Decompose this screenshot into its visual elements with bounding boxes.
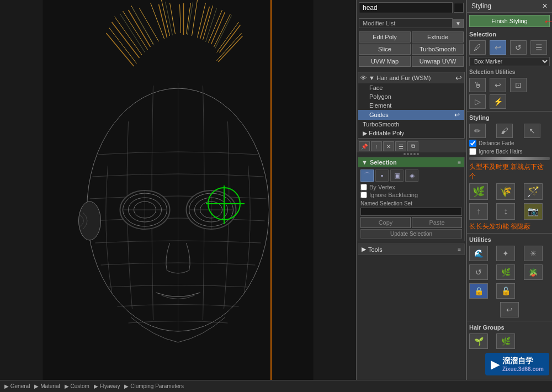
- modifier-list-dropdown[interactable]: ▼: [453, 19, 464, 28]
- sel-all-icon[interactable]: ☰: [530, 40, 547, 55]
- util3-icon-1[interactable]: 🌊: [469, 246, 488, 261]
- style-pencil-icon[interactable]: ✏: [469, 124, 486, 138]
- sel-guides-icon[interactable]: 🖊: [469, 40, 486, 55]
- util3-icon-3[interactable]: ✳: [524, 246, 543, 261]
- styling-icons: ✏ 🖌 ↖: [467, 123, 552, 139]
- box-marker-row: Box Marker: [467, 56, 552, 67]
- object-name-field[interactable]: head: [359, 2, 453, 13]
- distance-fade-row: Distance Fade: [467, 139, 552, 147]
- util-icon-2[interactable]: ↩: [490, 78, 506, 92]
- hair-grow-2-icon[interactable]: ↕: [496, 203, 515, 220]
- stack-item-editable-poly[interactable]: ▶ Editable Poly: [358, 129, 464, 138]
- styling-slider[interactable]: [469, 157, 550, 160]
- utilities-section-label: Utilities: [467, 235, 552, 245]
- stack-copy-icon[interactable]: ⧉: [407, 141, 418, 151]
- stack-delete-icon[interactable]: ✕: [383, 141, 394, 151]
- selection-rollout-options: ≡: [458, 160, 461, 166]
- styling-panel: Styling ✕ Finish Styling ← Selection 🖊 ↩…: [466, 0, 552, 392]
- util2-icon-1[interactable]: ▷: [469, 94, 486, 109]
- stack-item-turbosmooth[interactable]: TurboSmooth: [358, 120, 464, 129]
- stack-toolbar: 📌 ↑ ✕ ☰ ⧉: [357, 140, 466, 152]
- selection-utilities-label: Selection Utilities: [467, 67, 552, 77]
- stack-item-guides[interactable]: Guides ↩: [358, 110, 464, 120]
- util4-icon-2[interactable]: 🌿: [496, 264, 515, 280]
- vertex-icon[interactable]: ⌒: [360, 169, 374, 182]
- distance-fade-checkbox[interactable]: [469, 140, 476, 147]
- tools-rollout: ▶ Tools ≡: [358, 243, 465, 255]
- sel-multi-icon[interactable]: ↺: [510, 40, 527, 55]
- object-header: head: [357, 0, 466, 15]
- extrude-button[interactable]: Extrude: [412, 31, 464, 43]
- clumping-prop[interactable]: ▶ Clumping Parameters: [122, 383, 185, 390]
- general-prop[interactable]: ▶ General: [2, 383, 32, 390]
- large-styling-icons2: ↑ ↕ 📷: [467, 202, 552, 221]
- hair-groups-label: Hair Groups: [467, 322, 552, 332]
- util5-icon-1[interactable]: 🔒: [469, 283, 488, 299]
- uvw-map-button[interactable]: UVW Map: [359, 56, 411, 67]
- flyaway-prop[interactable]: ▶ Flyaway: [92, 383, 122, 390]
- custom-prop[interactable]: ▶ Custom: [62, 383, 92, 390]
- by-vertex-checkbox[interactable]: [360, 184, 367, 190]
- stack-item-polygon[interactable]: Polygon: [358, 92, 464, 101]
- util-icon-3[interactable]: ⊡: [510, 78, 527, 92]
- slice-button[interactable]: Slice: [359, 44, 411, 55]
- object-color-swatch[interactable]: [454, 3, 464, 13]
- paste-button[interactable]: Paste: [412, 217, 462, 228]
- by-vertex-label: By Vertex: [369, 184, 395, 190]
- hair-group-2-icon[interactable]: 🌿: [496, 333, 515, 349]
- ignore-backfacing-label: Ignore Backfacing: [369, 192, 418, 198]
- ignore-backfacing-checkbox[interactable]: [360, 192, 367, 198]
- hair-style-3-icon[interactable]: 🪄: [524, 183, 543, 200]
- copy-button[interactable]: Copy: [360, 217, 411, 228]
- hair-grow-1-icon[interactable]: ↑: [469, 203, 488, 220]
- bottom-properties-bar: ▶ General ▶ Material ▶ Custom ▶ Flyaway …: [0, 380, 552, 392]
- hair-grow-3-icon[interactable]: 📷: [524, 203, 543, 220]
- style-cursor-icon[interactable]: ↖: [524, 124, 540, 138]
- stack-item-face[interactable]: Face: [358, 83, 464, 92]
- hair-group-1-icon[interactable]: 🌱: [469, 333, 488, 349]
- tools-label: Tools: [368, 246, 383, 253]
- material-prop[interactable]: ▶ Material: [32, 383, 62, 390]
- sel-single-icon[interactable]: ↩: [490, 40, 506, 55]
- hair-groups-icons: 🌱 🌿: [467, 332, 552, 350]
- edge-icon[interactable]: ▪: [375, 169, 389, 182]
- finish-styling-button[interactable]: Finish Styling: [469, 15, 550, 27]
- style-brush-icon[interactable]: 🖌: [496, 124, 513, 138]
- hair-style-2-icon[interactable]: 🌾: [496, 183, 515, 200]
- undo-icon[interactable]: ↩: [500, 302, 519, 317]
- selection-rollout-header[interactable]: ▼ Selection ≡: [358, 157, 464, 167]
- stack-item-element[interactable]: Element: [358, 101, 464, 110]
- turbosmooth-button[interactable]: TurboSmooth: [412, 44, 464, 55]
- styling-panel-close[interactable]: ✕: [542, 2, 548, 10]
- box-marker-dropdown[interactable]: Box Marker: [469, 57, 550, 66]
- edit-poly-button[interactable]: Edit Poly: [359, 31, 411, 43]
- util2-icon-2[interactable]: ⚡: [490, 94, 506, 109]
- large-styling-icons: 🌿 🌾 🪄: [467, 182, 552, 201]
- tools-rollout-header[interactable]: ▶ Tools ≡: [358, 244, 464, 255]
- ignore-back-hairs-checkbox[interactable]: [469, 148, 476, 155]
- unwrap-uvw-button[interactable]: Unwrap UVW: [412, 56, 464, 67]
- utilities-icons-3: 🔒 🔓: [467, 282, 552, 300]
- util4-icon-1[interactable]: ↺: [469, 264, 488, 280]
- hair-style-1-icon[interactable]: 🌿: [469, 183, 488, 200]
- util-icon-1[interactable]: 🖱: [469, 78, 486, 92]
- ignore-back-hairs-label: Ignore Back Hairs: [479, 149, 522, 155]
- watermark-icon: ▶: [491, 358, 499, 371]
- styling-panel-title: Styling ✕: [467, 0, 552, 13]
- named-selection-input[interactable]: [360, 208, 462, 216]
- tools-arrow-icon: ▶: [362, 246, 366, 253]
- face-icon[interactable]: ◈: [405, 169, 418, 182]
- selection-rollout-content: ⌒ ▪ ▣ ◈ By Vertex Ignore Backfacing Name…: [358, 167, 464, 241]
- update-selection-button[interactable]: Update Selection: [360, 229, 462, 239]
- stack-options-icon[interactable]: ☰: [395, 141, 406, 151]
- pin-icon[interactable]: 📌: [359, 141, 370, 151]
- util3-icon-2[interactable]: ✦: [496, 246, 515, 261]
- util5-icon-2[interactable]: 🔓: [496, 283, 515, 299]
- border-icon[interactable]: ▣: [390, 169, 404, 182]
- util4-icon-3[interactable]: 🪴: [524, 264, 543, 280]
- stack-move-up-icon[interactable]: ↑: [371, 141, 382, 151]
- selection-utilities-icons: 🖱 ↩ ⊡: [467, 77, 552, 93]
- styling-section-label: Styling: [467, 113, 552, 123]
- tools-options-icon: ≡: [458, 246, 461, 252]
- named-selection-section: Named Selection Set Copy Paste Update Se…: [360, 200, 462, 239]
